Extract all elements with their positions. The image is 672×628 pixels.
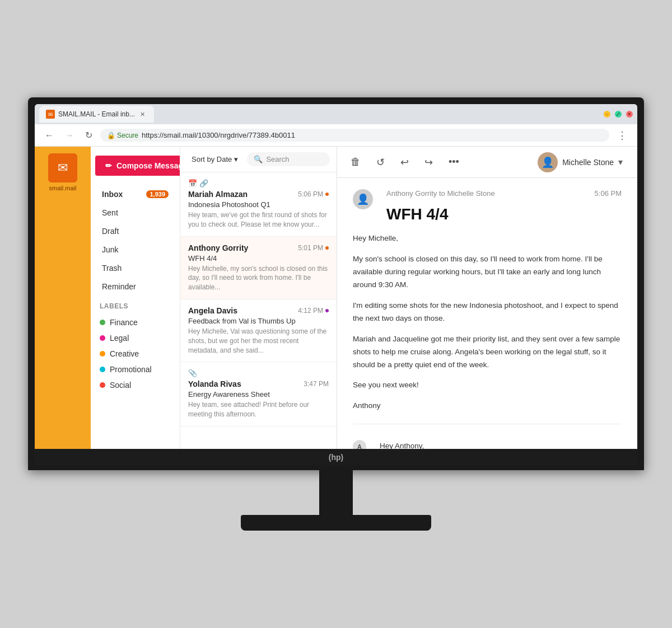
- email-preview-4: Hey team, see attached! Print before our…: [188, 400, 329, 419]
- app-toolbar: 🗑 ↺ ↩ ↪ ••• 👤 Michelle Stone ▾: [337, 147, 637, 178]
- email-subject-2: WFH 4/4: [188, 254, 329, 263]
- reload-button[interactable]: ↻: [82, 128, 96, 143]
- close-button[interactable]: ✕: [626, 111, 633, 118]
- reply-meta: A 📎: [353, 440, 366, 449]
- email-body-sign: Anthony: [353, 400, 622, 413]
- nav-junk[interactable]: Junk: [93, 241, 178, 259]
- email-divider: [353, 424, 622, 424]
- nav-sent[interactable]: Sent: [93, 204, 178, 222]
- email-detail-time: 5:06 PM: [595, 189, 622, 198]
- label-finance-name: Finance: [110, 318, 138, 327]
- secure-icon: 🔒 Secure: [107, 132, 138, 139]
- nav-sent-label: Sent: [102, 208, 118, 217]
- browser-tab[interactable]: ✉ SMAIL.MAIL - Email inb... ✕: [39, 106, 154, 123]
- minimize-button[interactable]: −: [604, 111, 610, 118]
- email-list-toolbar: Sort by Date ▾ 🔍 Search: [180, 147, 337, 172]
- email-detail: 👤 Anthony Gorrity to Michelle Stone 5:06…: [337, 178, 637, 449]
- tab-bar: ✉ SMAIL.MAIL - Email inb... ✕ − ⤢ ✕: [35, 104, 637, 124]
- more-options-button[interactable]: •••: [444, 153, 464, 171]
- nav-inbox[interactable]: Inbox 1,939: [93, 185, 178, 203]
- search-bar[interactable]: 🔍 Search: [247, 152, 330, 166]
- email-dot-1: [325, 193, 329, 196]
- email-dot-3: [325, 309, 329, 312]
- label-creative-name: Creative: [110, 349, 139, 358]
- calendar-icon: 📅: [188, 179, 197, 188]
- labels-heading: Labels: [100, 302, 171, 310]
- email-list: 📅 🔗 Mariah Almazan 5:06 PM Indonesia: [180, 172, 337, 427]
- delete-button[interactable]: 🗑: [346, 153, 365, 171]
- label-legal[interactable]: Legal: [100, 330, 171, 346]
- reply-section: A 📎 Hey Anthony, Family first! Make sure…: [353, 435, 622, 449]
- tab-title: SMAIL.MAIL - Email inb...: [58, 110, 135, 118]
- email-body-p4: See you next week!: [353, 379, 622, 392]
- label-creative[interactable]: Creative: [100, 346, 171, 362]
- label-legal-name: Legal: [110, 334, 129, 343]
- email-sender-1: Mariah Almazan: [188, 190, 248, 199]
- mail-icon: ✉: [58, 161, 68, 175]
- tab-close-button[interactable]: ✕: [138, 110, 147, 119]
- email-item-3[interactable]: Angela Davis 4:12 PM Feedback from Val i…: [180, 299, 337, 362]
- email-time-3: 4:12 PM: [298, 307, 323, 315]
- nav-items: Inbox 1,939 Sent Draft Junk: [91, 185, 180, 296]
- back-button[interactable]: ←: [41, 128, 57, 143]
- nav-draft-label: Draft: [102, 227, 119, 236]
- url-bar[interactable]: 🔒 Secure https://smail.mail/10300/nrgdri…: [100, 129, 609, 142]
- social-dot: [100, 382, 105, 388]
- label-social[interactable]: Social: [100, 377, 171, 393]
- detail-area: 🗑 ↺ ↩ ↪ ••• 👤 Michelle Stone ▾: [337, 147, 637, 449]
- email-item-1[interactable]: 📅 🔗 Mariah Almazan 5:06 PM Indonesia: [180, 172, 337, 237]
- creative-dot: [100, 351, 105, 357]
- nav-trash[interactable]: Trash: [93, 259, 178, 277]
- address-bar: ← → ↻ 🔒 Secure https://smail.mail/10300/…: [35, 124, 637, 147]
- email-dot-2: [325, 246, 329, 250]
- sort-chevron-icon: ▾: [234, 155, 238, 163]
- email-item-4[interactable]: 📎 Yolanda Rivas 3:47 PM Energy Awareness…: [180, 362, 337, 427]
- monitor-bottom-bar: (hp): [35, 449, 637, 466]
- email-preview-3: Hey Michelle, Val was questioning some o…: [188, 327, 329, 355]
- inbox-badge: 1,939: [146, 190, 169, 198]
- sidebar: ✉ smail.mail: [35, 147, 91, 449]
- left-panel: ✏ Compose Message Inbox 1,939 Sent: [91, 147, 180, 449]
- tab-favicon-icon: ✉: [46, 110, 55, 119]
- link-icon: 🔗: [199, 179, 208, 188]
- finance-dot: [100, 320, 105, 325]
- monitor-stand-neck: [319, 470, 353, 515]
- email-sender-3: Angela Davis: [188, 306, 237, 315]
- user-area[interactable]: 👤 Michelle Stone ▾: [532, 149, 628, 176]
- undo-button[interactable]: ↺: [372, 153, 389, 172]
- email-subject-3: Feedback from Val is Thumbs Up: [188, 317, 329, 325]
- label-social-name: Social: [110, 381, 131, 390]
- user-name: Michelle Stone: [562, 158, 614, 167]
- nav-inbox-label: Inbox: [102, 190, 123, 199]
- forward-button[interactable]: →: [62, 128, 77, 143]
- compose-button[interactable]: ✏ Compose Message: [95, 156, 180, 176]
- email-body-greeting: Hey Michelle,: [353, 232, 622, 245]
- browser-menu-button[interactable]: ⋮: [614, 127, 631, 144]
- sender-avatar: 👤: [353, 189, 373, 209]
- label-promotional[interactable]: Promotional: [100, 362, 171, 377]
- attachment-icon: 📎: [188, 369, 197, 377]
- app-container: ✉ smail.mail ✏ Compose Message: [35, 147, 637, 449]
- label-promotional-name: Promotional: [110, 365, 152, 374]
- user-chevron-icon: ▾: [618, 157, 623, 167]
- email-time-2: 5:01 PM: [298, 244, 323, 252]
- reply-greeting: Hey Anthony,: [380, 440, 622, 449]
- email-detail-subject: WFH 4/4: [386, 205, 622, 223]
- url-text: https://smail.mail/10300/nrgdrive/77389.…: [142, 131, 295, 139]
- brand-name: smail.mail: [49, 185, 77, 191]
- email-list-column: Sort by Date ▾ 🔍 Search 📅: [180, 147, 337, 449]
- nav-draft[interactable]: Draft: [93, 222, 178, 240]
- app-logo: ✉: [48, 153, 77, 182]
- search-icon: 🔍: [254, 155, 263, 163]
- sort-button[interactable]: Sort by Date ▾: [187, 153, 242, 166]
- nav-reminder[interactable]: Reminder: [93, 278, 178, 296]
- email-detail-from: Anthony Gorrity to Michelle Stone: [386, 189, 495, 198]
- hp-logo: (hp): [329, 453, 343, 462]
- forward-action-button[interactable]: ↪: [420, 153, 437, 172]
- reply-button[interactable]: ↩: [396, 153, 413, 172]
- email-item-2[interactable]: Anthony Gorrity 5:01 PM WFH 4/4 Hey Mich…: [180, 237, 337, 299]
- label-finance[interactable]: Finance: [100, 315, 171, 330]
- sort-label: Sort by Date: [192, 155, 232, 163]
- maximize-button[interactable]: ⤢: [615, 111, 622, 118]
- email-body-p2: I'm editing some shots for the new Indon…: [353, 299, 622, 325]
